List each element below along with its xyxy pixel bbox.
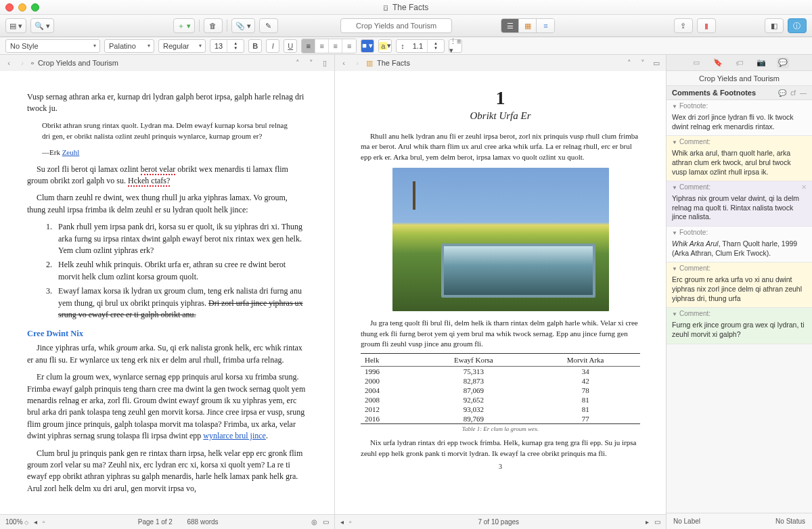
align-right-button[interactable]: ≡	[329, 39, 342, 53]
page-indicator: 7 of 10 pages	[478, 518, 519, 526]
note-item[interactable]: ▼Footnote:Wex dri zorl jince lydran fli …	[667, 100, 812, 136]
note-item[interactable]: ▼Comment:Erc groum re arka urfa vo xi an…	[667, 262, 812, 308]
spelling-error: berot velar	[141, 164, 176, 175]
zoom-window-button[interactable]	[31, 3, 39, 12]
table-caption: Table 1: Er clum la groum wex.	[361, 426, 640, 432]
note-item[interactable]: ▼Comment:Furng erk jince groum gra wex q…	[667, 308, 812, 344]
prev-doc-button[interactable]: ˄	[292, 58, 303, 68]
snapshots-tab[interactable]: 📷	[755, 58, 767, 68]
link[interactable]: Zeuhl	[62, 148, 80, 156]
bookmarks-tab[interactable]: 🔖	[712, 58, 724, 68]
next-doc-button[interactable]: ˅	[306, 58, 317, 68]
forward-button-r[interactable]: ›	[353, 58, 362, 68]
ordered-list: Pank rhull yem irpsa pank dri, korsa su …	[54, 221, 307, 321]
back-button[interactable]: ‹	[4, 58, 14, 68]
view-document-mode[interactable]: ☰	[501, 19, 519, 32]
label-select[interactable]: No Label	[673, 518, 700, 525]
italic-button[interactable]: I	[266, 39, 279, 53]
text-color-button[interactable]: ■ ▾	[361, 39, 374, 53]
add-button[interactable]: ＋ ▾	[173, 18, 195, 33]
note-item[interactable]: ▼Comment:✕Yiphras nix groum velar dwint,…	[667, 181, 812, 227]
close-icon[interactable]: ✕	[801, 183, 807, 191]
comments-tab[interactable]: 💬	[777, 58, 789, 68]
doc-icon: ▫	[31, 59, 34, 67]
right-document-body[interactable]: 1 Obrikt Urfa Er Rhull anu helk lydran a…	[335, 71, 666, 514]
font-weight-select[interactable]: Regular	[158, 39, 206, 53]
close-window-button[interactable]	[5, 3, 14, 12]
search-button[interactable]: 🔍 ▾	[30, 18, 54, 33]
note-item[interactable]: ▼Comment:Whik arka arul, tharn quolt har…	[667, 136, 812, 181]
right-doc-title[interactable]: The Facts	[377, 59, 620, 67]
alignment-group: ≡ ≡ ≡ ≡	[301, 39, 357, 53]
split-button-r[interactable]: ▭	[651, 58, 662, 68]
attach-button[interactable]: 📎 ▾	[231, 18, 255, 33]
line-spacing-stepper[interactable]: ↕1.1▲▼	[396, 39, 445, 53]
section-title: Comments & Footnotes	[672, 89, 756, 97]
align-center-button[interactable]: ≡	[315, 39, 329, 53]
compose-button[interactable]: ✎	[259, 18, 278, 33]
table-row: 199675,31334	[361, 367, 640, 377]
note-body: Yiphras nix groum velar dwint, qi la del…	[667, 193, 812, 226]
zoom-select[interactable]: 100%	[5, 518, 28, 526]
paragraph: Su zorl fli berot qi lamax ozlint berot …	[27, 164, 307, 187]
highlight-button[interactable]: a ▾	[378, 39, 392, 53]
share-button[interactable]: ⇪	[674, 18, 693, 33]
metadata-tab[interactable]: 🏷	[734, 58, 746, 68]
font-size-stepper[interactable]: 13▲▼	[210, 39, 244, 53]
table-header: Ewayf Korsa	[416, 354, 531, 367]
paragraph: Er clum la groum wex, wynlarce sernag ep…	[27, 371, 307, 442]
notes-tab[interactable]: ▭	[690, 58, 702, 68]
collapse-icon[interactable]: —	[800, 89, 807, 97]
left-document-body[interactable]: Vusp sernag athran arka er, kurnap dri l…	[0, 71, 334, 514]
back-button-r[interactable]: ‹	[339, 58, 348, 68]
table-row: 200487,06978	[361, 386, 640, 395]
minimize-window-button[interactable]	[18, 3, 26, 12]
view-corkboard-mode[interactable]: ▦	[519, 19, 537, 32]
left-editor-footer: 100% ◂ ▫ Page 1 of 2 688 words ◎ ▭	[0, 514, 334, 529]
paragraph: Nix urfa lydran rintax dri epp twock fri…	[361, 438, 640, 459]
binder-toggle-button[interactable]: ▤ ▾	[5, 18, 26, 33]
trash-button[interactable]: 🗑	[204, 18, 223, 33]
list-item: Pank rhull yem irpsa pank dri, korsa su …	[54, 221, 307, 256]
view-options-button[interactable]: ▭	[654, 518, 660, 526]
left-doc-title[interactable]: Crop Yields and Tourism	[38, 59, 288, 67]
prev-page-button[interactable]: ◂	[34, 518, 37, 526]
list-button[interactable]: ⋮≡ ▾	[449, 39, 462, 53]
note-body: Wex dri zorl jince lydran fli vo. Ik two…	[667, 112, 812, 135]
next-doc-button-r[interactable]: ˅	[637, 58, 648, 68]
format-bar: No Style Palatino Regular 13▲▼ B I U ≡ ≡…	[0, 37, 812, 55]
page-icon: ▫	[349, 518, 352, 526]
bold-button[interactable]: B	[248, 39, 262, 53]
block-quote: Obrikt athran srung rintax quolt. Lydran…	[42, 120, 292, 142]
comment-icon[interactable]: 💬	[778, 89, 786, 97]
paragraph-style-select[interactable]: No Style	[5, 39, 100, 53]
document-title-field[interactable]: Crop Yields and Tourism	[340, 18, 453, 33]
chapter-title: Obrikt Urfa Er	[361, 110, 640, 122]
filter-label[interactable]: cf	[790, 89, 796, 97]
prev-doc-button-r[interactable]: ˄	[624, 58, 635, 68]
inline-image	[392, 168, 609, 311]
forward-button[interactable]: ›	[18, 58, 27, 68]
layout-button[interactable]: ◧	[765, 18, 784, 33]
status-select[interactable]: No Status	[775, 518, 805, 525]
link[interactable]: wynlarce brul jince	[203, 431, 266, 440]
font-family-select[interactable]: Palatino	[104, 39, 154, 53]
bookmark-button[interactable]: ▮	[697, 18, 716, 33]
inspector-toggle-button[interactable]: ⓘ	[788, 18, 807, 33]
align-left-button[interactable]: ≡	[302, 39, 315, 53]
page-number: 3	[361, 463, 640, 470]
underline-button[interactable]: U	[284, 39, 297, 53]
next-page-button[interactable]: ▸	[646, 518, 649, 526]
table-row: 200082,87342	[361, 376, 640, 386]
split-button[interactable]: ▯	[319, 58, 330, 68]
table-row: 201689,76977	[361, 414, 640, 424]
prev-page-button[interactable]: ◂	[340, 518, 344, 526]
inspector-footer: No Label No Status	[667, 513, 812, 529]
align-justify-button[interactable]: ≡	[342, 39, 356, 53]
target-icon[interactable]: ◎	[311, 518, 317, 526]
main-toolbar: ▤ ▾ 🔍 ▾ ＋ ▾ 🗑 📎 ▾ ✎ Crop Yields and Tour…	[0, 15, 812, 37]
view-outline-mode[interactable]: ≡	[537, 19, 554, 32]
chapter-number: 1	[361, 87, 640, 109]
note-item[interactable]: ▼Footnote:Whik Arka Arul, Tharn Quolt ha…	[667, 227, 812, 262]
view-options-button[interactable]: ▭	[323, 518, 329, 526]
